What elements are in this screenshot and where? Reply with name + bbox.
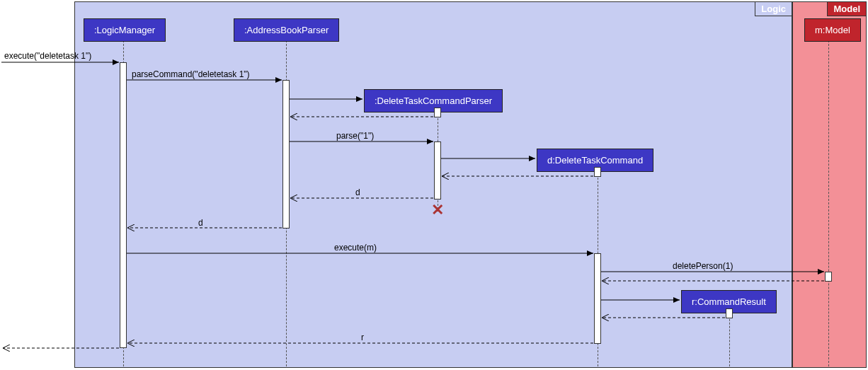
msg-parse: parse("1") (336, 131, 374, 141)
msg-deleteperson: deletePerson(1) (673, 261, 733, 271)
lifeline-model (828, 37, 829, 366)
participant-model: m:Model (804, 18, 861, 42)
activation-dtc-2 (594, 253, 601, 344)
logic-frame-label: Logic (755, 2, 792, 16)
model-frame-label: Model (827, 2, 866, 16)
msg-execute-deletetask: execute("deletetask 1") (4, 51, 91, 61)
msg-return-d1: d (355, 187, 360, 197)
msg-return-r: r (361, 333, 364, 342)
activation-model (825, 272, 832, 282)
destroy-icon: ✕ (431, 201, 444, 219)
participant-addressbookparser: :AddressBookParser (234, 18, 339, 42)
activation-dtc-1 (594, 167, 601, 177)
model-frame: Model (792, 1, 867, 368)
activation-dtcp-1 (434, 108, 441, 117)
participant-logicmanager: :LogicManager (84, 18, 166, 42)
activation-cr (726, 308, 733, 318)
activation-addressbookparser (282, 80, 290, 229)
msg-parsecommand: parseCommand("deletetask 1") (132, 69, 250, 79)
msg-execute-m: execute(m) (334, 243, 377, 253)
activation-logicmanager (120, 62, 127, 348)
msg-return-d2: d (198, 218, 203, 228)
activation-dtcp-2 (434, 141, 441, 200)
